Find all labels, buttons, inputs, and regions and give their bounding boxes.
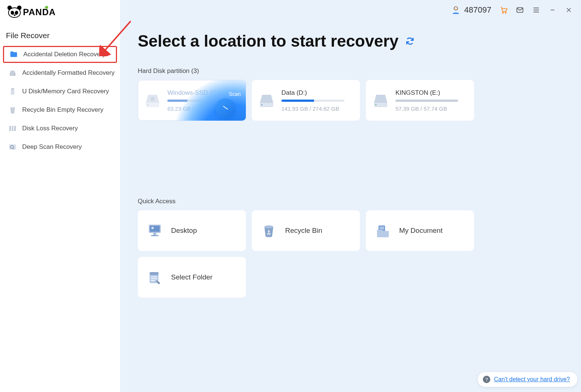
refresh-icon[interactable]	[405, 36, 415, 46]
drive-icon	[8, 68, 17, 77]
svg-rect-34	[380, 228, 384, 229]
sidebar-item-deepscan[interactable]: Deep Scan Recovery	[3, 138, 117, 155]
scan-button[interactable]	[216, 98, 236, 118]
sidebar-section-title: File Recover	[6, 31, 120, 40]
minimize-icon[interactable]	[548, 6, 557, 14]
svg-rect-39	[151, 280, 155, 281]
drive-icon	[258, 93, 275, 107]
svg-rect-2	[11, 90, 14, 95]
mail-icon[interactable]	[516, 6, 524, 14]
sidebar-item-label: Deep Scan Recovery	[22, 143, 82, 151]
partition-size: 141.93 GB / 274.62 GB	[281, 105, 353, 112]
svg-rect-29	[151, 235, 158, 236]
svg-rect-27	[150, 226, 160, 232]
quick-access-cards: Desktop Recycle Bin My Document Select F…	[138, 210, 562, 298]
svg-point-0	[14, 74, 15, 75]
sidebar-item-label: Disk Loss Recovery	[22, 125, 78, 132]
sidebar-item-label: Accidental Deletion Recovery	[23, 51, 106, 58]
svg-point-8	[454, 7, 457, 10]
sidebar-item-label: Accidentally Formatted Recovery	[22, 69, 114, 77]
app-logo: PANDA	[8, 7, 120, 18]
partition-icon	[8, 124, 17, 133]
usb-icon	[8, 87, 17, 96]
partitions-section-label: Hard Disk partition (3)	[138, 67, 562, 75]
svg-rect-3	[10, 107, 15, 108]
partition-cards: Windows-SSD (C:) 63.23 GB / 200.10 GB Sc…	[138, 80, 562, 121]
quick-access-desktop[interactable]: Desktop	[138, 210, 246, 251]
main-panel: 487097 Select a location to start recove…	[120, 0, 581, 392]
menu-icon[interactable]	[532, 6, 540, 14]
svg-point-19	[147, 104, 148, 105]
sidebar-item-usb[interactable]: U Disk/Memory Card Recovery	[3, 83, 117, 100]
user-badge[interactable]: 487097	[451, 5, 491, 15]
svg-rect-38	[151, 278, 157, 279]
quick-access-recyclebin[interactable]: Recycle Bin	[252, 210, 360, 251]
partition-card-c[interactable]: Windows-SSD (C:) 63.23 GB / 200.10 GB Sc…	[138, 80, 246, 121]
help-pill[interactable]: ? Can't detect your hard drive?	[478, 372, 577, 387]
sidebar-item-diskloss[interactable]: Disk Loss Recovery	[3, 120, 117, 137]
svg-rect-28	[153, 233, 156, 235]
svg-rect-33	[380, 227, 384, 228]
quick-access-label: Recycle Bin	[285, 227, 322, 235]
quick-access-label: Quick Access	[138, 198, 562, 205]
svg-rect-36	[150, 272, 158, 275]
sidebar-item-formatted[interactable]: Accidentally Formatted Recovery	[3, 64, 117, 81]
sidebar-item-accidental-deletion[interactable]: Accidental Deletion Recovery	[3, 46, 117, 63]
topbar: 487097	[451, 5, 573, 15]
recycle-bin-icon	[8, 105, 17, 114]
quick-access-mydocument[interactable]: My Document	[366, 210, 474, 251]
recycle-bin-icon	[261, 222, 277, 239]
svg-rect-1	[11, 88, 14, 90]
quick-access-label: Select Folder	[171, 273, 213, 281]
panda-icon	[8, 7, 21, 18]
page-title: Select a location to start recovery	[138, 32, 398, 50]
magnify-icon	[8, 143, 17, 151]
svg-rect-30	[151, 227, 154, 229]
brand-text: PANDA	[23, 7, 56, 17]
scan-label: Scan	[229, 91, 241, 97]
user-avatar-icon	[451, 5, 461, 15]
sidebar-item-label: Recycle Bin Empty Recovery	[22, 106, 103, 114]
svg-point-24	[375, 104, 377, 105]
partition-card-e[interactable]: KINGSTON (E:) 57.39 GB / 57.74 GB	[366, 80, 474, 121]
sidebar: PANDA File Recover Accidental Deletion R…	[0, 0, 120, 392]
sidebar-item-label: U Disk/Memory Card Recovery	[22, 88, 109, 95]
desktop-icon	[147, 222, 163, 239]
quick-access-selectfolder[interactable]: Select Folder	[138, 257, 246, 298]
partition-card-d[interactable]: Data (D:) 141.93 GB / 274.62 GB	[252, 80, 360, 121]
select-folder-icon	[147, 269, 163, 285]
svg-rect-37	[151, 277, 157, 277]
usage-bar	[281, 100, 344, 102]
help-icon: ?	[483, 376, 490, 383]
drive-icon	[373, 93, 389, 107]
svg-point-31	[264, 225, 273, 228]
drive-icon	[144, 93, 161, 107]
partition-name: Windows-SSD (C:)	[167, 89, 239, 97]
svg-point-9	[502, 12, 504, 13]
usage-bar	[395, 100, 458, 102]
quick-access-label: My Document	[399, 227, 443, 235]
sidebar-item-recyclebin[interactable]: Recycle Bin Empty Recovery	[3, 101, 117, 118]
partition-name: Data (D:)	[281, 89, 353, 97]
svg-point-10	[505, 12, 506, 13]
partition-size: 57.39 GB / 57.74 GB	[395, 105, 467, 112]
user-id: 487097	[464, 5, 491, 15]
folder-icon	[9, 50, 18, 59]
cart-icon[interactable]	[500, 6, 508, 14]
close-icon[interactable]	[565, 6, 573, 14]
quick-access-label: Desktop	[171, 227, 197, 235]
document-folder-icon	[375, 222, 391, 239]
help-link[interactable]: Can't detect your hard drive?	[494, 376, 570, 383]
svg-point-22	[261, 104, 263, 105]
svg-rect-20	[151, 97, 154, 101]
partition-name: KINGSTON (E:)	[395, 89, 467, 97]
